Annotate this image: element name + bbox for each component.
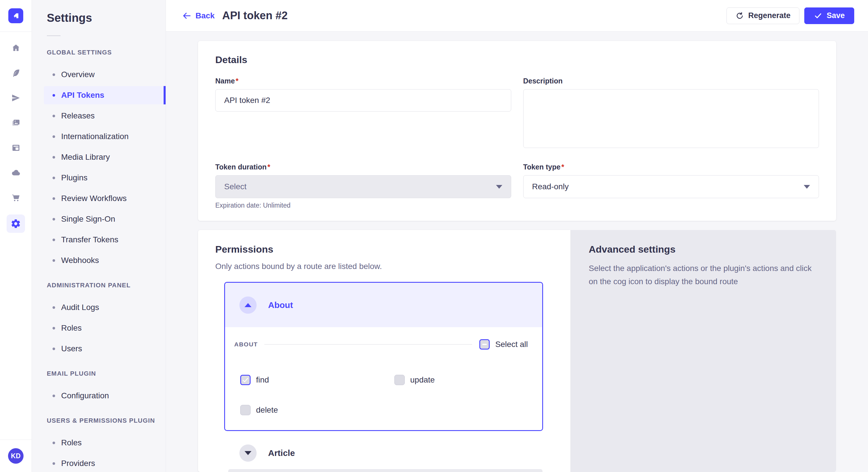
- sidebar-item-single-sign-on[interactable]: Single Sign-On: [44, 210, 166, 228]
- save-button[interactable]: Save: [804, 7, 854, 24]
- layout-icon[interactable]: [9, 141, 22, 154]
- sidebar-item-plugins[interactable]: Plugins: [44, 169, 166, 187]
- details-card: Details Name* Description Token duration…: [198, 41, 836, 221]
- required-asterisk: *: [236, 77, 239, 85]
- permissions-card: Permissions Only actions bound by a rout…: [198, 230, 570, 472]
- bullet-icon: [53, 73, 55, 76]
- sidebar-item-webhooks[interactable]: Webhooks: [44, 251, 166, 270]
- bullet-icon: [53, 327, 55, 330]
- chevron-up-icon: [245, 303, 251, 307]
- next-section-divider: [228, 469, 542, 472]
- page-title: API token #2: [222, 9, 288, 22]
- action-find: find: [240, 375, 394, 385]
- sidebar-item-up-providers[interactable]: Providers: [44, 454, 166, 472]
- sidebar-item-api-tokens[interactable]: API Tokens: [44, 86, 166, 104]
- back-link[interactable]: Back: [182, 11, 215, 21]
- strapi-logo-icon[interactable]: [8, 8, 23, 23]
- home-icon[interactable]: [9, 42, 22, 54]
- required-asterisk: *: [561, 163, 564, 171]
- releases-icon[interactable]: [9, 92, 22, 104]
- advanced-settings-panel: Advanced settings Select the application…: [570, 230, 836, 472]
- sidebar-item-up-roles[interactable]: Roles: [44, 434, 166, 452]
- permissions-subtitle: Only actions bound by a route are listed…: [215, 262, 553, 271]
- about-accordion-body: ABOUT Select all: [225, 327, 542, 430]
- type-field-group: Token type* Read-only: [523, 163, 819, 209]
- advanced-settings-heading: Advanced settings: [589, 244, 819, 255]
- section-divider: [265, 344, 472, 345]
- bullet-icon: [53, 347, 55, 350]
- sidebar-item-admin-users[interactable]: Users: [44, 339, 166, 358]
- sidebar-item-admin-roles[interactable]: Roles: [44, 319, 166, 337]
- refresh-icon: [735, 11, 744, 20]
- expand-toggle-button[interactable]: [239, 444, 257, 462]
- content-manager-icon[interactable]: [9, 67, 22, 79]
- required-asterisk: *: [268, 163, 270, 171]
- section-email-plugin: Configuration: [32, 386, 166, 405]
- name-input[interactable]: [215, 89, 511, 111]
- logo-cell: [0, 0, 32, 32]
- settings-icon[interactable]: [7, 214, 25, 233]
- sidebar-item-releases[interactable]: Releases: [44, 107, 166, 125]
- about-accordion-title: About: [268, 300, 293, 310]
- bullet-icon: [53, 239, 55, 241]
- action-delete: delete: [240, 405, 394, 415]
- details-form: Name* Description Token duration* Select…: [215, 77, 819, 209]
- article-accordion-header[interactable]: Article: [239, 444, 553, 462]
- rail-footer: KD: [0, 440, 32, 472]
- find-checkbox[interactable]: [240, 375, 251, 385]
- name-label: Name*: [215, 77, 511, 85]
- select-all-checkbox[interactable]: [479, 339, 490, 349]
- nav-rail: KD: [0, 0, 32, 472]
- description-field-group: Description: [523, 77, 819, 149]
- cloud-icon[interactable]: [9, 166, 22, 179]
- settings-sidebar: Settings GLOBAL SETTINGS Overview API To…: [32, 0, 166, 472]
- bullet-icon: [53, 135, 55, 138]
- collapse-toggle-button[interactable]: [239, 297, 257, 314]
- about-section-label: ABOUT: [234, 341, 258, 348]
- sidebar-item-media-library[interactable]: Media Library: [44, 148, 166, 166]
- sidebar-item-review-workflows[interactable]: Review Workflows: [44, 189, 166, 208]
- bullet-icon: [53, 197, 55, 200]
- sidebar-item-email-configuration[interactable]: Configuration: [44, 386, 166, 405]
- section-label-administration-panel: ADMINISTRATION PANEL: [47, 281, 160, 289]
- regenerate-button[interactable]: Regenerate: [726, 7, 799, 24]
- header-actions: Regenerate Save: [726, 7, 854, 24]
- actions-grid: find update delete: [240, 375, 528, 415]
- bullet-icon: [53, 115, 55, 117]
- sidebar-item-internationalization[interactable]: Internationalization: [44, 127, 166, 146]
- sidebar-item-transfer-tokens[interactable]: Transfer Tokens: [44, 231, 166, 249]
- marketplace-icon[interactable]: [9, 191, 22, 204]
- description-textarea[interactable]: [523, 89, 819, 148]
- chevron-down-icon: [245, 451, 251, 455]
- media-library-icon[interactable]: [9, 116, 22, 129]
- back-arrow-icon: [182, 11, 192, 21]
- token-duration-select[interactable]: Select: [215, 175, 511, 198]
- name-field-group: Name*: [215, 77, 511, 149]
- chevron-down-icon: [496, 185, 502, 189]
- sidebar-item-overview[interactable]: Overview: [44, 65, 166, 84]
- check-icon: [242, 376, 249, 384]
- check-icon: [814, 11, 823, 20]
- duration-field-group: Token duration* Select Expiration date: …: [215, 163, 511, 209]
- description-label: Description: [523, 77, 819, 85]
- advanced-settings-description: Select the application's actions or the …: [589, 262, 821, 288]
- delete-checkbox[interactable]: [240, 405, 251, 415]
- user-avatar[interactable]: KD: [8, 448, 24, 464]
- sidebar-item-audit-logs[interactable]: Audit Logs: [44, 298, 166, 316]
- indeterminate-dash-icon: [482, 344, 487, 345]
- bullet-icon: [53, 306, 55, 309]
- bullet-icon: [53, 156, 55, 159]
- section-label-global-settings: GLOBAL SETTINGS: [47, 49, 160, 56]
- bullet-icon: [53, 94, 55, 97]
- bullet-icon: [53, 462, 55, 465]
- expiration-hint: Expiration date: Unlimited: [215, 202, 511, 209]
- about-accordion-header[interactable]: About: [225, 283, 542, 327]
- section-label-users-permissions-plugin: USERS & PERMISSIONS PLUGIN: [47, 417, 160, 425]
- section-global-settings: Overview API Tokens Releases Internation…: [32, 65, 166, 270]
- section-label-email-plugin: EMAIL PLUGIN: [47, 370, 160, 377]
- section-administration-panel: Audit Logs Roles Users: [32, 298, 166, 358]
- token-type-select[interactable]: Read-only: [523, 175, 819, 198]
- update-checkbox[interactable]: [394, 375, 405, 385]
- title-divider: [47, 35, 61, 36]
- token-type-label: Token type*: [523, 163, 819, 171]
